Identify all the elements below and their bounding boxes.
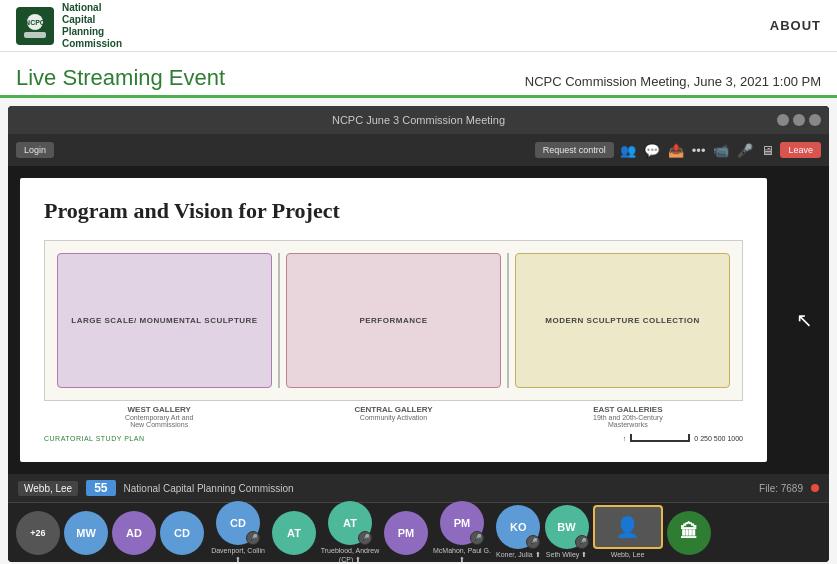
mic-indicator-mcmahon: 🎤: [470, 531, 484, 545]
cursor-icon: ↖: [796, 308, 813, 332]
mic-indicator-koner: 🎤: [526, 535, 540, 549]
presentation-area: Program and Vision for Project LARGE SCA…: [8, 166, 829, 474]
request-control-button[interactable]: Request control: [535, 142, 614, 158]
ncpc-logo-icon: NCPC: [16, 7, 54, 45]
sub-header: Live Streaming Event NCPC Commission Mee…: [0, 52, 837, 98]
participant-more[interactable]: +26: [16, 511, 60, 555]
zoom-toolbar: Login Request control 👥 💬 📤 ••• 📹 🎤 🖥 Le…: [8, 134, 829, 166]
participant-group-mcmahon: PM 🎤 McMahon, Paul G. ⬆: [432, 501, 492, 562]
west-gallery-name: WEST GALLERY: [44, 405, 274, 414]
participant-group-at: AT: [272, 511, 316, 555]
slide-number: 55: [86, 480, 115, 496]
west-gallery: LARGE SCALE/ MONUMENTAL SCULPTURE: [57, 253, 272, 388]
toolbar-icons: 👥 💬 📤 ••• 📹 🎤 🖥: [620, 143, 775, 158]
east-gallery-name: EAST GALLERIES: [513, 405, 743, 414]
participant-cd[interactable]: CD: [160, 511, 204, 555]
east-gallery-desc2: Masterworks: [513, 421, 743, 428]
mic-indicator-trueblood: 🎤: [358, 531, 372, 545]
zoom-window: NCPC June 3 Commission Meeting Login Req…: [8, 106, 829, 562]
participant-koner-label: Koner, Julia ⬆: [496, 551, 541, 559]
header: NCPC NationalCapitalPlanningCommission A…: [0, 0, 837, 52]
participant-trueblood[interactable]: AT 🎤: [328, 501, 372, 545]
file-info: File: 7689: [759, 483, 803, 494]
participants-bar: +26 MW AD CD CD 🎤 Davenport, Collin ⬆: [8, 502, 829, 562]
participant-video-thumb[interactable]: 👤: [593, 505, 663, 549]
close-icon[interactable]: [809, 114, 821, 126]
participant-mcmahon[interactable]: PM 🎤: [440, 501, 484, 545]
participant-group-trueblood: AT 🎤 Trueblood, Andrew (CP) ⬆: [320, 501, 380, 562]
floor-plan: LARGE SCALE/ MONUMENTAL SCULPTURE PERFOR…: [44, 240, 743, 401]
participant-trueblood-label: Trueblood, Andrew (CP) ⬆: [320, 547, 380, 562]
participant-group-pm: PM: [384, 511, 428, 555]
west-gallery-label: WEST GALLERY Contemporary Art and New Co…: [44, 405, 274, 428]
more-icon[interactable]: •••: [692, 143, 706, 158]
participants-icon[interactable]: 👥: [620, 143, 636, 158]
participant-group-ad: AD: [112, 511, 156, 555]
slide-container: Program and Vision for Project LARGE SCA…: [20, 178, 767, 462]
participant-group-koner: KO 🎤 Koner, Julia ⬆: [496, 505, 541, 559]
minimize-icon[interactable]: [777, 114, 789, 126]
slide-footer: CURATORIAL STUDY PLAN ↑ 0 250 500 1000: [44, 434, 743, 442]
window-controls: [777, 114, 821, 126]
east-gallery-desc: 19th and 20th-Century: [513, 414, 743, 421]
divider-2: [507, 253, 509, 388]
scale-arrow: ↑: [623, 435, 627, 442]
participant-pm[interactable]: PM: [384, 511, 428, 555]
west-gallery-desc: Contemporary Art and: [44, 414, 274, 421]
gallery-labels-row: WEST GALLERY Contemporary Art and New Co…: [44, 405, 743, 428]
share-icon[interactable]: 📤: [668, 143, 684, 158]
central-gallery-desc: Community Activation: [278, 414, 508, 421]
right-sidebar: ↖: [779, 166, 829, 474]
mic-icon[interactable]: 🎤: [737, 143, 753, 158]
west-gallery-type: LARGE SCALE/ MONUMENTAL SCULPTURE: [71, 316, 257, 325]
participant-koner[interactable]: KO 🎤: [496, 505, 540, 549]
page-title: Live Streaming Event: [16, 65, 225, 95]
participant-davenport-label: Davenport, Collin ⬆: [208, 547, 268, 562]
east-gallery: MODERN SCULPTURE COLLECTION: [515, 253, 730, 388]
zoom-bottom-bar: Webb, Lee 55 National Capital Planning C…: [8, 474, 829, 502]
logo-area: NCPC NationalCapitalPlanningCommission: [16, 2, 122, 50]
east-gallery-type: MODERN SCULPTURE COLLECTION: [545, 316, 699, 325]
divider-1: [278, 253, 280, 388]
leave-button[interactable]: Leave: [780, 142, 821, 158]
slide-title: Program and Vision for Project: [44, 198, 743, 224]
scale-values: 0 250 500 1000: [694, 435, 743, 442]
participant-wiley-label: Seth Wiley ⬆: [546, 551, 587, 559]
participant-at[interactable]: AT: [272, 511, 316, 555]
participant-group-wiley: BW 🎤 Seth Wiley ⬆: [545, 505, 589, 559]
mic-indicator-wiley: 🎤: [575, 535, 589, 549]
central-gallery-label: CENTRAL GALLERY Community Activation: [278, 405, 508, 428]
central-gallery: PERFORMANCE: [286, 253, 501, 388]
about-button[interactable]: ABOUT: [770, 18, 821, 33]
chat-icon[interactable]: 💬: [644, 143, 660, 158]
login-button[interactable]: Login: [16, 142, 54, 158]
participant-mcmahon-label: McMahon, Paul G. ⬆: [432, 547, 492, 562]
participant-davenport[interactable]: CD 🎤: [216, 501, 260, 545]
west-gallery-desc2: New Commissions: [44, 421, 274, 428]
org-name: National Capital Planning Commission: [124, 483, 752, 494]
video-icon[interactable]: 📹: [713, 143, 729, 158]
scale-line: [630, 434, 690, 442]
central-gallery-name: CENTRAL GALLERY: [278, 405, 508, 414]
mic-indicator-davenport: 🎤: [246, 531, 260, 545]
participant-group-more: +26: [16, 511, 60, 555]
participant-ncpc[interactable]: 🏛: [667, 511, 711, 555]
participant-mw[interactable]: MW: [64, 511, 108, 555]
svg-text:NCPC: NCPC: [25, 19, 45, 26]
participant-group-davenport: CD 🎤 Davenport, Collin ⬆: [208, 501, 268, 562]
participant-group-webb: 👤 Webb, Lee: [593, 505, 663, 559]
east-gallery-label: EAST GALLERIES 19th and 20th-Century Mas…: [513, 405, 743, 428]
participant-group-mw: MW: [64, 511, 108, 555]
participant-group-ncpc: 🏛: [667, 511, 711, 555]
main-content: NCPC June 3 Commission Meeting Login Req…: [8, 106, 829, 562]
scale-bar: ↑ 0 250 500 1000: [623, 434, 743, 442]
participant-wiley[interactable]: BW 🎤: [545, 505, 589, 549]
participant-ad[interactable]: AD: [112, 511, 156, 555]
record-indicator: [811, 484, 819, 492]
central-gallery-type: PERFORMANCE: [359, 316, 427, 325]
maximize-icon[interactable]: [793, 114, 805, 126]
zoom-topbar: NCPC June 3 Commission Meeting: [8, 106, 829, 134]
event-info: NCPC Commission Meeting, June 3, 2021 1:…: [525, 74, 821, 95]
screen-icon[interactable]: 🖥: [761, 143, 774, 158]
participant-group-cd: CD: [160, 511, 204, 555]
